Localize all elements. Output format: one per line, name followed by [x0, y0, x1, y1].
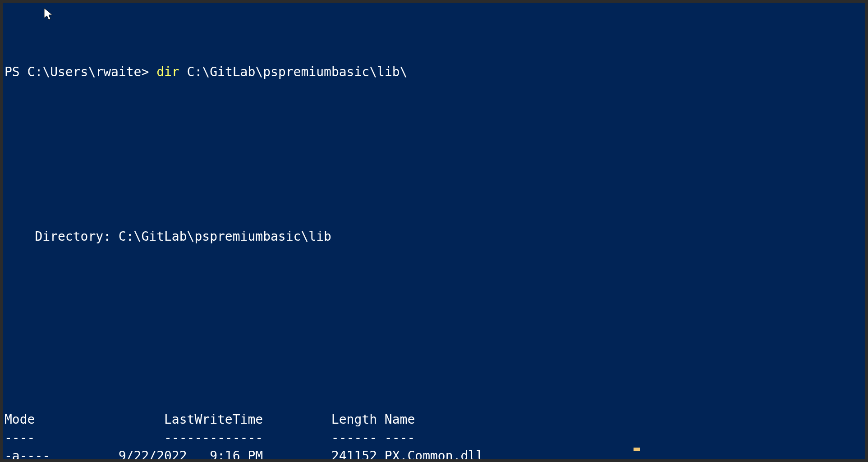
prompt-line: PS C:\Users\rwaite> dir C:\GitLab\psprem…: [5, 63, 863, 82]
terminal-window-frame: PS C:\Users\rwaite> dir C:\GitLab\psprem…: [0, 0, 868, 462]
command-args: C:\GitLab\pspremiumbasic\lib\: [179, 64, 408, 79]
directory-line: Directory: C:\GitLab\pspremiumbasic\lib: [5, 228, 863, 246]
svg-marker-0: [44, 8, 52, 20]
mouse-pointer-icon: [43, 7, 54, 21]
table-row: -a---- 9/22/2022 9:16 PM 241152 PX.Commo…: [5, 447, 863, 459]
blank-line-4: [5, 338, 863, 356]
blank-line-1: [5, 118, 863, 137]
powershell-terminal[interactable]: PS C:\Users\rwaite> dir C:\GitLab\psprem…: [3, 3, 865, 459]
command-token: dir: [156, 64, 179, 79]
terminal-cursor: [634, 448, 640, 451]
blank-line-3: [5, 283, 863, 301]
table-header-row: Mode LastWriteTime Length Name: [5, 411, 863, 429]
table-header-row: ---- ------------- ------ ----: [5, 429, 863, 448]
blank-line-2: [5, 173, 863, 191]
dir-listing-table: Mode LastWriteTime Length Name---- -----…: [5, 411, 863, 459]
prompt-prefix: PS C:\Users\rwaite>: [5, 64, 156, 79]
